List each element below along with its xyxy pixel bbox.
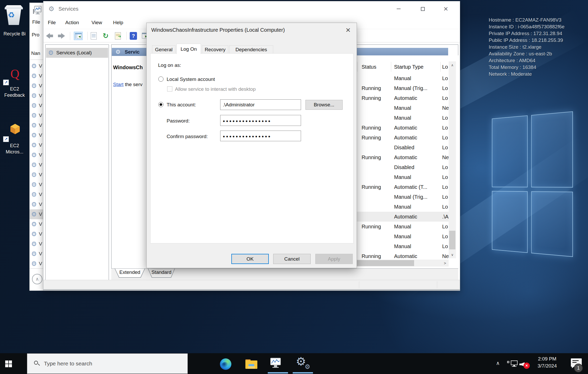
chevron-up-button[interactable]: ∧ [32,274,42,284]
service-row[interactable]: ManualLo [357,113,449,123]
background-service-row[interactable]: ⚙V [30,249,43,259]
service-row[interactable]: ManualNe [357,103,449,113]
network-icon[interactable] [507,360,518,368]
background-service-row[interactable]: ⚙V [30,91,43,101]
background-service-row[interactable]: ⚙V [30,170,43,180]
forward-button[interactable] [57,33,65,39]
tab-standard[interactable]: Standard [148,269,175,278]
service-row[interactable]: RunningManual (Trig...Lo [357,83,449,93]
background-menu-file[interactable]: File [32,19,40,25]
performance-monitor-taskbar-icon[interactable] [270,358,281,368]
service-row[interactable]: ManualLo [357,172,449,182]
console-tree-toggle-button[interactable]: ◀ [74,32,83,40]
background-service-row[interactable]: ⚙V [30,61,43,71]
view-tab-strip: Extended Standard [111,268,458,280]
ok-button[interactable]: OK [231,254,269,264]
local-system-radio[interactable] [158,76,164,82]
background-service-row[interactable]: ⚙V [30,81,43,91]
taskbar-search[interactable]: Type here to search [27,353,188,374]
back-button[interactable] [46,33,54,39]
close-button[interactable]: × [437,1,454,16]
service-row[interactable]: DisabledLo [357,143,449,152]
cancel-button[interactable]: Cancel [273,254,311,264]
apply-button[interactable]: Apply [315,254,353,264]
start-button[interactable] [5,360,12,367]
file-explorer-icon[interactable] [245,359,257,369]
background-service-row[interactable]: ⚙V [30,111,43,120]
edge-icon[interactable] [220,358,231,370]
volume-muted-icon[interactable]: × [519,360,530,368]
service-row[interactable]: RunningAutomaticLo [357,123,449,133]
background-window[interactable]: File Pro Nan ⚙V⚙V⚙V⚙V⚙V⚙V⚙V⚙V⚙V⚙V⚙V⚙V⚙V⚙… [29,3,43,291]
browse-button[interactable]: Browse... [305,100,343,110]
desktop-icon-ec2-feedback[interactable]: Q ↗ EC2 Feedback [0,67,30,101]
service-row[interactable]: Manual (Trig...Lo [357,192,449,202]
background-service-row[interactable]: ⚙V [30,150,43,160]
maximize-button[interactable] [414,1,431,16]
tree-item-services-local[interactable]: ⚙ Services (Local) [46,48,108,58]
service-row[interactable]: RunningAutomaticLo [357,93,449,103]
background-service-row[interactable]: ⚙V [30,219,43,229]
column-header-status[interactable]: Status [362,61,376,72]
password-input[interactable]: ●●●●●●●●●●●●●●● [220,115,301,126]
service-row[interactable]: RunningAutomaticNe [357,152,449,162]
service-row[interactable]: Automatic.\A [357,212,449,222]
column-header-startup-type[interactable]: Startup Type [394,61,423,72]
horizontal-scrollbar[interactable]: > [357,260,449,267]
background-service-row[interactable]: ⚙V [30,120,43,130]
background-service-row[interactable]: ⚙V [30,160,43,170]
service-row[interactable]: RunningAutomatic (T...Lo [357,182,449,192]
scroll-up-button[interactable]: ∧ [449,61,456,69]
tab-dependencies[interactable]: Dependencies [229,45,273,54]
tab-recovery[interactable]: Recovery [202,45,228,54]
service-row[interactable]: ManualLo [357,202,449,212]
background-service-row[interactable]: ⚙V [30,209,43,219]
menu-action[interactable]: Action [65,20,79,25]
this-account-label[interactable]: This account: [167,102,196,108]
background-service-row[interactable]: ⚙V [30,199,43,209]
background-service-row[interactable]: ⚙V [30,71,43,81]
this-account-radio[interactable] [158,102,164,107]
tab-log-on[interactable]: Log On [177,44,201,54]
background-service-row[interactable]: ⚙V [30,180,43,190]
account-input[interactable]: .\Administrator [220,99,301,110]
service-row[interactable]: ManualLo [357,73,449,83]
local-system-label[interactable]: Local System account [167,76,215,82]
properties-button[interactable] [89,32,98,40]
background-service-row[interactable]: ⚙V [30,229,43,239]
desktop-icon-ec2-microsoft[interactable]: ↗ EC2 Micros... [0,123,30,158]
tab-extended[interactable]: Extended [115,269,145,278]
scrollbar-thumb[interactable] [449,231,455,249]
menu-file[interactable]: File [48,20,56,25]
service-row[interactable]: RunningManualLo [357,222,449,231]
dialog-close-button[interactable]: × [343,24,354,35]
scrollbar-thumb[interactable] [357,260,414,266]
background-service-row[interactable]: ⚙V [30,259,43,269]
background-service-row[interactable]: ⚙V [30,130,43,140]
menu-help[interactable]: Help [113,20,123,25]
scroll-down-button[interactable]: ∨ [449,251,456,258]
vertical-scrollbar[interactable]: ∧ ∨ [449,61,456,258]
minimize-button[interactable] [390,1,407,16]
refresh-button[interactable]: ↻ [102,32,111,40]
confirm-password-input[interactable]: ●●●●●●●●●●●●●●● [220,131,301,141]
desktop-icon-recycle-bin[interactable]: ♻ Recycle Bi [0,0,29,39]
help-button[interactable]: ? [129,32,138,40]
service-row[interactable]: ManualLo [357,231,449,241]
start-service-link[interactable]: Start [113,82,123,87]
taskbar-clock[interactable]: 2:09 PM 3/7/2024 [532,355,563,369]
services-titlebar[interactable]: ⚙ Services × [43,1,460,17]
tray-show-hidden-icons[interactable]: ∧ [496,360,500,366]
menu-view[interactable]: View [92,20,102,25]
background-service-row[interactable]: ⚙V [30,190,43,199]
background-service-row[interactable]: ⚙V [30,101,43,111]
service-row[interactable]: ManualLo [357,241,449,251]
background-service-row[interactable]: ⚙V [30,239,43,249]
export-list-button[interactable]: ➜ [114,32,122,40]
scroll-right-button[interactable]: > [441,260,449,267]
background-service-row[interactable]: ⚙V [30,140,43,150]
tab-general[interactable]: General [152,45,175,54]
service-row[interactable]: RunningAutomaticLo [357,133,449,143]
column-header-log-on-as[interactable]: Lo [442,61,448,72]
service-row[interactable]: DisabledLo [357,162,449,172]
